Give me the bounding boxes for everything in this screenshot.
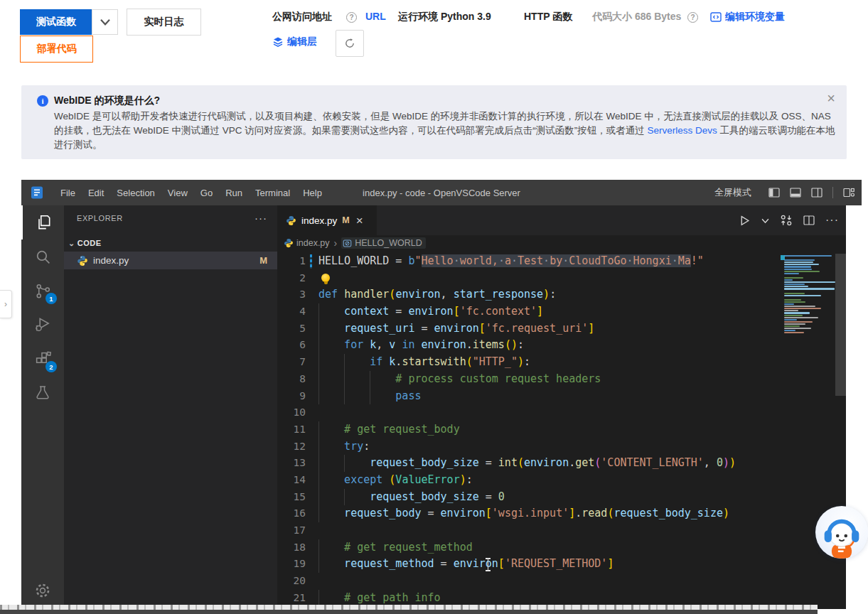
url-link[interactable]: URL (365, 11, 386, 22)
editor-scrollbar[interactable] (835, 254, 846, 396)
code-line[interactable]: 12 try: (277, 438, 846, 456)
file-name: index.py (93, 255, 259, 266)
menu-go[interactable]: Go (194, 184, 219, 201)
menu-terminal[interactable]: Terminal (249, 184, 296, 201)
chevron-down-icon (100, 16, 111, 28)
tab-label: index.py (301, 215, 337, 226)
info-icon: i (37, 95, 48, 107)
menu-run[interactable]: Run (219, 184, 249, 201)
deploy-code-button[interactable]: 部署代码 (20, 36, 93, 63)
banner-body: WebIDE 是可以帮助开发者快速进行代码测试，以及项目构建、依赖安装，但是 W… (54, 109, 837, 152)
refresh-button[interactable] (336, 30, 364, 57)
runtime-label: 运行环境 Python 3.9 (398, 11, 491, 23)
tab-modified-badge: M (342, 215, 349, 225)
code-line[interactable]: 15 request_body_size = 0 (277, 489, 846, 506)
code-line[interactable]: 4 context = environ['fc.context'] (277, 303, 846, 321)
titlebar-separator (832, 187, 833, 198)
test-function-button[interactable]: 测试函数 (20, 9, 92, 35)
tab-indexpy[interactable]: index.py M × (277, 205, 377, 235)
modified-badge: M (259, 255, 267, 266)
edit-layer-link[interactable]: 编辑层 (272, 36, 317, 48)
chevron-down-icon: ⌄ (68, 239, 75, 247)
lightbulb-icon[interactable] (321, 274, 330, 282)
code-editor[interactable]: 1HELLO_WORLD = b"Hello·world,·a·Test·by·… (277, 251, 846, 609)
customize-layout-icon[interactable] (843, 187, 854, 198)
python-file-icon (77, 255, 88, 266)
test-function-dropdown-button[interactable] (92, 9, 118, 35)
public-url-help-icon[interactable]: ? (346, 12, 357, 23)
clipped-bottom-bar-dark (0, 610, 818, 614)
explorer-more-actions[interactable]: ··· (254, 212, 267, 224)
code-line[interactable]: 21 # get path info (277, 590, 846, 607)
openvscode-logo-icon (30, 185, 44, 200)
gear-icon (34, 582, 51, 599)
public-url-label: 公网访问地址 (272, 11, 332, 23)
code-line[interactable]: 7 if k.startswith("HTTP_"): (277, 354, 846, 371)
code-line[interactable]: 17 (277, 522, 846, 539)
code-line[interactable]: 3def handler(environ, start_response): (277, 286, 846, 303)
activity-search[interactable] (21, 239, 64, 274)
code-line[interactable]: 14 except (ValueError): (277, 472, 846, 489)
code-line[interactable]: 9 pass (277, 388, 846, 405)
edit-env-vars-link[interactable]: 编辑环境变量 (710, 11, 785, 23)
run-dropdown-icon[interactable] (761, 217, 769, 225)
code-line[interactable]: 10 (277, 404, 846, 421)
code-line[interactable]: 2 (277, 270, 846, 287)
support-mascot-button[interactable] (815, 506, 868, 559)
open-changes-icon[interactable] (780, 214, 793, 227)
menu-view[interactable]: View (161, 184, 194, 201)
symbol-icon (343, 239, 352, 248)
code-line[interactable]: 5 request_uri = environ['fc.request_uri'… (277, 321, 846, 338)
activity-run-debug[interactable] (21, 308, 64, 342)
fullscreen-mode-button[interactable]: 全屏模式 (714, 186, 751, 199)
python-file-icon (284, 238, 294, 248)
ide-titlebar: File Edit Selection View Go Run Terminal… (21, 180, 862, 205)
page: 测试函数 实时日志 部署代码 公网访问地址 ? URL 运行环境 Python … (0, 0, 868, 614)
toggle-panel-icon[interactable] (790, 187, 801, 198)
code-line[interactable]: 16 request_body = environ['wsgi.input'].… (277, 505, 846, 522)
activity-explorer[interactable] (21, 205, 64, 239)
run-python-file-button[interactable] (739, 215, 751, 227)
breadcrumb-symbol[interactable]: HELLO_WORLD (341, 237, 425, 249)
run-debug-icon (33, 316, 52, 334)
editor-more-actions[interactable]: ··· (825, 214, 839, 227)
toggle-sidebar-icon[interactable] (768, 187, 780, 198)
webide-window: File Edit Selection View Go Run Terminal… (21, 180, 862, 609)
extensions-badge: 2 (45, 361, 57, 372)
breadcrumb-file[interactable]: index.py (296, 238, 330, 248)
activity-testing[interactable] (21, 376, 64, 410)
sidebar-expander-button[interactable]: › (0, 290, 12, 318)
realtime-logs-button[interactable]: 实时日志 (127, 9, 201, 36)
code-line[interactable]: 8 # process custom request headers (277, 371, 846, 388)
menu-edit[interactable]: Edit (82, 184, 110, 201)
file-item-indexpy[interactable]: index.py M (64, 252, 277, 269)
explorer-title: EXPLORER (77, 214, 123, 222)
menu-selection[interactable]: Selection (110, 184, 161, 201)
mascot-icon (820, 513, 864, 559)
activity-bar: 1 2 (21, 205, 64, 609)
code-line[interactable]: 11 # get request_body (277, 421, 846, 438)
banner-close-icon[interactable]: × (827, 91, 835, 105)
code-size-help-icon[interactable]: ? (687, 12, 698, 23)
tab-close-icon[interactable]: × (356, 215, 363, 227)
code-line[interactable]: 20 (277, 573, 846, 590)
split-editor-icon[interactable] (803, 215, 815, 226)
code-line[interactable]: 18 # get request_method (277, 539, 846, 556)
python-file-icon (286, 215, 296, 226)
activity-extensions[interactable]: 2 (21, 342, 64, 376)
activity-manage[interactable] (21, 573, 64, 608)
code-line[interactable]: 1HELLO_WORLD = b"Hello·world,·a·Test·by·… (277, 253, 846, 270)
menu-help[interactable]: Help (296, 184, 328, 201)
refresh-icon (344, 38, 355, 49)
code-line[interactable]: 19 request_method = environ['REQUEST_MET… (277, 556, 846, 573)
search-icon (34, 248, 52, 266)
code-line[interactable]: 13 request_body_size = int(environ.get('… (277, 455, 846, 472)
toggle-secondary-sidebar-icon[interactable] (811, 187, 823, 198)
serverless-devs-link[interactable]: Serverless Devs (648, 125, 717, 136)
activity-source-control[interactable]: 1 (21, 274, 64, 308)
breadcrumb-symbol-label: HELLO_WORLD (355, 238, 422, 248)
editor-group: index.py M × ··· index.py › (277, 205, 846, 609)
code-line[interactable]: 6 for k, v in environ.items(): (277, 337, 846, 354)
menu-file[interactable]: File (54, 184, 82, 201)
explorer-section-code[interactable]: ⌄ CODE (64, 235, 277, 252)
